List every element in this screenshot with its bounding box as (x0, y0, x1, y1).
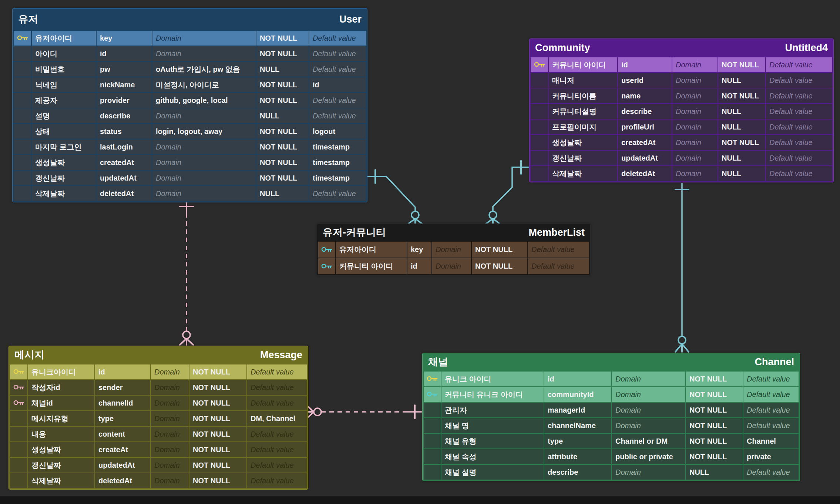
column-not-null[interactable]: NOT NULL (189, 458, 246, 473)
column-name[interactable]: 상태 (32, 124, 96, 139)
column-not-null[interactable]: NOT NULL (189, 380, 246, 395)
column-not-null[interactable]: NOT NULL (686, 418, 743, 433)
column-comment[interactable]: oAuth로 가입시, pw 없음 (152, 62, 256, 77)
column-name[interactable]: 프로필이미지 (549, 120, 617, 134)
column-not-null[interactable]: NULL (256, 108, 309, 123)
column-default[interactable]: Default value (309, 62, 366, 77)
column-not-null[interactable]: NOT NULL (686, 403, 743, 417)
column-not-null[interactable]: NOT NULL (189, 473, 246, 488)
column-physical-name[interactable]: managerId (544, 403, 611, 417)
column-physical-name[interactable]: channelId (95, 396, 150, 410)
column-name[interactable]: 유니크아이디 (28, 364, 94, 379)
column-physical-name[interactable]: describe (544, 465, 611, 480)
column-default[interactable]: Default value (766, 73, 832, 88)
column-default[interactable]: Channel (743, 434, 799, 448)
column-not-null[interactable]: NOT NULL (686, 372, 743, 386)
table-title-logical[interactable]: 유저-커뮤니티 (323, 226, 386, 239)
table-memberlist[interactable]: 유저-커뮤니티MemberList유저아이디keyDomainNOT NULLD… (317, 224, 591, 276)
column-not-null[interactable]: NOT NULL (256, 155, 309, 170)
column-physical-name[interactable]: name (618, 88, 672, 103)
column-not-null[interactable]: NOT NULL (686, 434, 743, 448)
column-physical-name[interactable]: createAt (95, 442, 150, 457)
column-physical-name[interactable]: key (97, 31, 152, 46)
column-default[interactable]: timestamp (309, 171, 366, 185)
column-not-null[interactable]: NULL (686, 465, 743, 480)
column-physical-name[interactable]: provider (97, 93, 152, 108)
column-not-null[interactable]: NULL (718, 151, 765, 165)
column-not-null[interactable]: NULL (718, 73, 765, 88)
column-comment[interactable]: Domain (151, 458, 189, 473)
column-name[interactable]: 유니크 아이디 (441, 372, 544, 386)
column-comment[interactable]: Domain (672, 166, 718, 181)
column-physical-name[interactable]: deletedAt (618, 166, 672, 181)
column-name[interactable]: 제공자 (32, 93, 96, 108)
column-physical-name[interactable]: createdAt (618, 135, 672, 150)
column-comment[interactable]: Domain (152, 186, 256, 201)
column-comment[interactable]: Domain (152, 140, 256, 154)
column-default[interactable]: Default value (247, 396, 307, 410)
column-physical-name[interactable]: updatedAt (618, 151, 672, 165)
column-name[interactable]: 커뮤니티 유니크 아이디 (441, 387, 544, 402)
column-physical-name[interactable]: updatedAt (95, 458, 150, 473)
column-default[interactable]: Default value (309, 46, 366, 61)
column-physical-name[interactable]: id (618, 57, 672, 72)
column-name[interactable]: 갱신날짜 (32, 171, 96, 185)
column-comment[interactable]: Domain (672, 120, 718, 134)
column-name[interactable]: 아이디 (32, 46, 96, 61)
column-default[interactable]: logout (309, 124, 366, 139)
column-physical-name[interactable]: userId (618, 73, 672, 88)
column-comment[interactable]: public or private (612, 449, 685, 464)
column-comment[interactable]: Domain (151, 396, 189, 410)
table-title-physical[interactable]: User (339, 14, 362, 25)
table-title-logical[interactable]: 메시지 (14, 348, 44, 362)
column-name[interactable]: 메시지유형 (28, 411, 94, 426)
column-name[interactable]: 삭제날짜 (32, 186, 96, 201)
column-comment[interactable]: Domain (612, 418, 685, 433)
column-default[interactable]: Default value (743, 465, 799, 480)
table-user[interactable]: 유저User유저아이디keyDomainNOT NULLDefault valu… (12, 8, 367, 202)
column-default[interactable]: Default value (309, 31, 366, 46)
table-message[interactable]: 메시지Message유니크아이디idDomainNOT NULLDefault … (9, 346, 308, 490)
column-comment[interactable]: Domain (151, 380, 189, 395)
column-name[interactable]: 커뮤니티 아이디 (336, 258, 407, 274)
column-not-null[interactable]: NOT NULL (256, 171, 309, 185)
column-name[interactable]: 생성날짜 (549, 135, 617, 150)
column-not-null[interactable]: NOT NULL (686, 387, 743, 402)
erd-canvas[interactable]: 유저User유저아이디keyDomainNOT NULLDefault valu… (0, 0, 840, 504)
column-name[interactable]: 비밀번호 (32, 62, 96, 77)
column-default[interactable]: Default value (766, 104, 832, 119)
column-not-null[interactable]: NOT NULL (189, 442, 246, 457)
table-title-physical[interactable]: MemberList (528, 227, 585, 238)
column-comment[interactable]: Domain (151, 364, 189, 379)
column-name[interactable]: 커뮤니티이름 (549, 88, 617, 103)
column-comment[interactable]: Channel or DM (612, 434, 685, 448)
column-default[interactable]: Default value (528, 242, 589, 258)
column-physical-name[interactable]: status (97, 124, 152, 139)
column-comment[interactable]: Domain (151, 442, 189, 457)
column-comment[interactable]: Domain (151, 473, 189, 488)
column-physical-name[interactable]: deletedAt (97, 186, 152, 201)
column-not-null[interactable]: NOT NULL (189, 411, 246, 426)
column-comment[interactable]: Domain (151, 427, 189, 441)
column-comment[interactable]: Domain (152, 46, 256, 61)
table-community[interactable]: CommunityUntitled4커뮤니티 아이디idDomainNOT NU… (529, 38, 834, 182)
column-default[interactable]: Default value (766, 120, 832, 134)
column-default[interactable]: Default value (247, 427, 307, 441)
column-physical-name[interactable]: sender (95, 380, 150, 395)
column-name[interactable]: 커뮤니티 아이디 (549, 57, 617, 72)
column-comment[interactable]: Domain (672, 73, 718, 88)
table-title-logical[interactable]: 유저 (18, 13, 38, 26)
column-default[interactable]: timestamp (309, 155, 366, 170)
column-not-null[interactable]: NULL (718, 166, 765, 181)
column-comment[interactable]: Domain (672, 88, 718, 103)
column-physical-name[interactable]: updatedAt (97, 171, 152, 185)
column-name[interactable]: 채널 명 (441, 418, 544, 433)
column-comment[interactable]: github, google, local (152, 93, 256, 108)
column-name[interactable]: 유저아이디 (32, 31, 96, 46)
column-physical-name[interactable]: key (407, 242, 431, 258)
table-title-logical[interactable]: Community (535, 42, 590, 54)
column-not-null[interactable]: NOT NULL (472, 242, 527, 258)
column-default[interactable]: Default value (743, 387, 799, 402)
column-comment[interactable]: Domain (152, 31, 256, 46)
column-name[interactable]: 채널id (28, 396, 94, 410)
